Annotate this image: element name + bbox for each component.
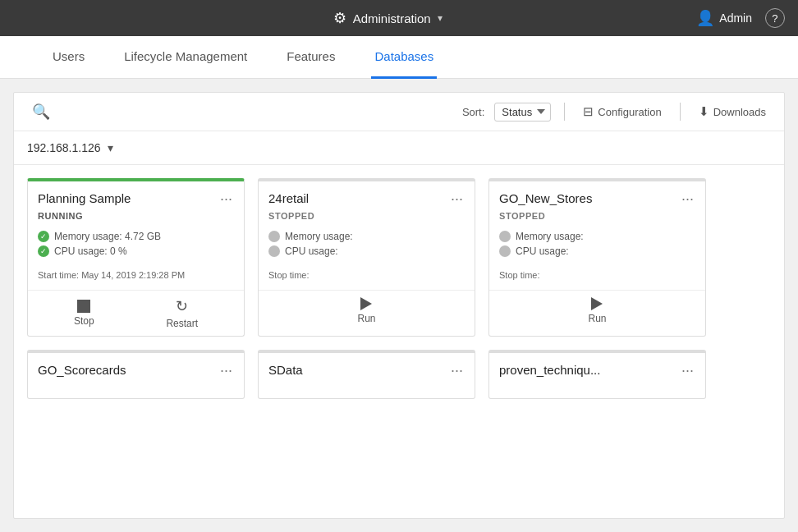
tab-users[interactable]: Users [49,36,88,79]
divider-2 [680,103,681,121]
card-metrics-24retail: Memory usage: CPU usage: [259,227,475,267]
help-icon[interactable]: ? [765,8,785,28]
downloads-label: Downloads [713,106,766,118]
sort-select[interactable]: Status Name Type [494,103,551,122]
card-menu-proven-techniqu[interactable]: ··· [680,363,695,378]
tab-databases[interactable]: Databases [371,36,437,79]
db-card-planning-sample: Planning Sample ··· RUNNING Memory usage… [27,178,245,337]
play-icon-go [591,297,603,310]
card-time-24retail: Stop time: [259,267,475,290]
time-label-24retail: Stop time: [268,270,310,280]
sort-label: Sort: [462,106,484,118]
cpu-row-24retail: CPU usage: [268,245,465,257]
memory-gray-icon-go [499,231,511,242]
memory-row-go-new-stores: Memory usage: [499,231,695,242]
card-status-go-new-stores: STOPPED [489,209,705,227]
run-label-go-new-stores: Run [588,313,606,324]
server-ip: 192.168.1.126 [27,141,101,154]
stop-button-planning-sample[interactable]: Stop [74,300,94,327]
server-header: 192.168.1.126 ▾ [14,131,784,165]
cpu-label: CPU usage: 0 % [54,245,127,257]
card-time-planning-sample: Start time: May 14, 2019 2:19:28 PM [28,267,244,290]
toolbar: 🔍 Sort: Status Name Type ⊟ Configuration… [14,93,784,131]
tab-nav: Users Lifecycle Management Features Data… [0,36,798,79]
card-metrics-go-new-stores: Memory usage: CPU usage: [489,227,705,267]
cpu-label-go-new-stores: CPU usage: [516,245,569,257]
restart-button-planning-sample[interactable]: ↺ Restart [166,297,198,329]
card-menu-go-new-stores[interactable]: ··· [680,191,695,206]
memory-label-go-new-stores: Memory usage: [516,231,584,242]
top-bar-right: 👤 Admin ? [696,8,785,28]
db-card-sdata: SData ··· [258,350,475,399]
play-icon [360,297,372,310]
download-icon: ⬇ [699,104,709,119]
db-card-proven-techniqu: proven_techniqu... ··· [488,350,706,399]
card-menu-planning-sample[interactable]: ··· [218,191,234,206]
downloads-button[interactable]: ⬇ Downloads [694,102,771,122]
card-status-24retail: STOPPED [259,209,475,227]
memory-label: Memory usage: 4.72 GB [54,231,161,242]
card-title-planning-sample: Planning Sample [38,191,131,205]
card-title-go-scorecards: GO_Scorecards [38,363,126,377]
divider-1 [564,103,565,121]
card-time-go-new-stores: Stop time: [489,267,705,290]
card-title-go-new-stores: GO_New_Stores [499,191,592,205]
card-actions-planning-sample: Stop ↺ Restart [28,290,244,336]
run-label-24retail: Run [357,313,375,324]
time-label-go-new-stores: Stop time: [499,270,540,280]
database-area: 192.168.1.126 ▾ Planning Sample ··· RUNN… [14,131,784,518]
stop-label: Stop [74,315,94,327]
cpu-label-24retail: CPU usage: [285,245,338,257]
cpu-row-planning-sample: CPU usage: 0 % [38,245,234,257]
card-menu-go-scorecards[interactable]: ··· [218,363,234,378]
server-chevron-icon[interactable]: ▾ [108,141,113,154]
app-title-area: ⚙ Administration ▾ [333,9,443,27]
run-button-go-new-stores[interactable]: Run [588,297,606,324]
db-card-24retail: 24retail ··· STOPPED Memory usage: CPU u… [258,178,475,337]
card-actions-go-new-stores: Run [489,290,705,331]
user-name: Admin [719,11,752,25]
search-button[interactable]: 🔍 [27,101,55,122]
search-icon: 🔍 [32,103,50,120]
memory-ok-icon [38,231,49,242]
db-card-go-scorecards: GO_Scorecards ··· [27,350,245,399]
sliders-icon: ⊟ [583,104,594,119]
user-icon: 👤 [696,9,714,27]
card-menu-24retail[interactable]: ··· [449,191,465,206]
cpu-gray-icon [268,245,280,257]
card-metrics-planning-sample: Memory usage: 4.72 GB CPU usage: 0 % [28,227,244,267]
memory-row-planning-sample: Memory usage: 4.72 GB [38,231,234,242]
db-card-go-new-stores: GO_New_Stores ··· STOPPED Memory usage: … [488,178,706,337]
card-title-proven-techniqu: proven_techniqu... [499,363,600,377]
main-content: 🔍 Sort: Status Name Type ⊟ Configuration… [13,92,785,519]
restart-icon: ↺ [176,297,188,315]
card-title-sdata: SData [268,363,303,377]
time-label: Start time: May 14, 2019 2:19:28 PM [38,270,185,280]
cards-grid: Planning Sample ··· RUNNING Memory usage… [14,165,784,412]
gear-icon: ⚙ [333,9,346,27]
card-menu-sdata[interactable]: ··· [449,363,465,378]
memory-label-24retail: Memory usage: [285,231,353,242]
cpu-gray-icon-go [499,245,511,257]
chevron-down-icon: ▾ [438,12,443,24]
top-bar: ⚙ Administration ▾ 👤 Admin ? [0,0,798,36]
cpu-row-go-new-stores: CPU usage: [499,245,695,257]
tab-features[interactable]: Features [283,36,338,79]
card-status-planning-sample: RUNNING [28,209,244,227]
cpu-ok-icon [38,245,49,257]
app-title: Administration [353,11,431,25]
card-title-24retail: 24retail [268,191,309,205]
memory-gray-icon [268,231,280,242]
restart-label: Restart [166,318,198,329]
memory-row-24retail: Memory usage: [268,231,465,242]
run-button-24retail[interactable]: Run [357,297,375,324]
card-actions-24retail: Run [259,290,475,331]
tab-lifecycle-management[interactable]: Lifecycle Management [121,36,250,79]
stop-icon [77,300,90,313]
configuration-label: Configuration [598,106,661,118]
configuration-button[interactable]: ⊟ Configuration [578,102,666,122]
user-menu[interactable]: 👤 Admin [696,9,752,27]
